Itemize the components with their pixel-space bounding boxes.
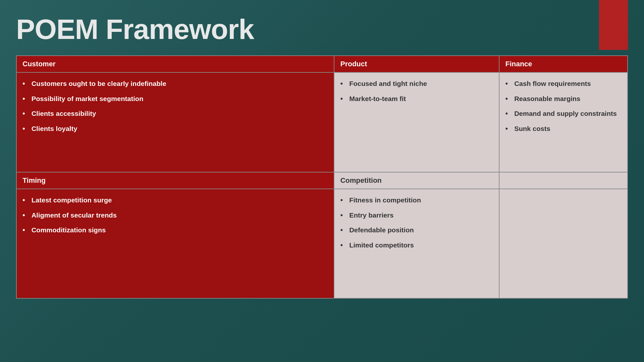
customer-items-list: Customers ought to be clearly indefinabl… — [23, 79, 328, 133]
list-item: Customers ought to be clearly indefinabl… — [23, 79, 328, 88]
list-item: Defendable position — [340, 226, 493, 235]
list-item: Clients loyalty — [23, 124, 328, 134]
body-cell-product: Focused and tight niche Market-to-team f… — [334, 72, 499, 172]
list-item: Reasonable margins — [505, 94, 621, 104]
framework-table: Customer Product Finance Customers ought… — [16, 55, 628, 299]
list-item: Commoditization signs — [23, 226, 328, 235]
decorative-red-rectangle — [599, 0, 628, 50]
header-competition: Competition — [334, 172, 499, 189]
list-item: Fitness in competition — [340, 196, 493, 205]
header-timing: Timing — [16, 172, 334, 189]
header-customer: Customer — [16, 56, 334, 72]
body-cell-empty — [499, 189, 628, 298]
body-cell-finance: Cash flow requirements Reasonable margin… — [499, 72, 628, 172]
list-item: Focused and tight niche — [340, 79, 493, 88]
list-item: Aligment of secular trends — [23, 211, 328, 220]
timing-items-list: Latest competition surge Aligment of sec… — [23, 196, 328, 235]
product-items-list: Focused and tight niche Market-to-team f… — [340, 79, 493, 103]
header-empty — [499, 172, 628, 189]
header-finance: Finance — [499, 56, 628, 72]
page: POEM Framework Customer Product Finance … — [0, 0, 644, 362]
body-row-1: Customers ought to be clearly indefinabl… — [16, 72, 628, 172]
header-row-1: Customer Product Finance — [16, 56, 628, 72]
list-item: Latest competition surge — [23, 196, 328, 205]
list-item: Clients accessibility — [23, 109, 328, 118]
page-title: POEM Framework — [16, 13, 628, 46]
list-item: Demand and supply constraints — [505, 109, 621, 118]
body-cell-customer: Customers ought to be clearly indefinabl… — [16, 72, 334, 172]
list-item: Market-to-team fit — [340, 94, 493, 104]
list-item: Limited competitors — [340, 241, 493, 250]
list-item: Cash flow requirements — [505, 79, 621, 88]
body-cell-competition: Fitness in competition Entry barriers De… — [334, 189, 499, 298]
competition-items-list: Fitness in competition Entry barriers De… — [340, 196, 493, 250]
list-item: Entry barriers — [340, 211, 493, 220]
header-product: Product — [334, 56, 499, 72]
header-row-2: Timing Competition — [16, 172, 628, 189]
body-row-2: Latest competition surge Aligment of sec… — [16, 189, 628, 298]
list-item: Sunk costs — [505, 124, 621, 134]
body-cell-timing: Latest competition surge Aligment of sec… — [16, 189, 334, 298]
list-item: Possibility of market segmentation — [23, 94, 328, 104]
finance-items-list: Cash flow requirements Reasonable margin… — [505, 79, 621, 133]
